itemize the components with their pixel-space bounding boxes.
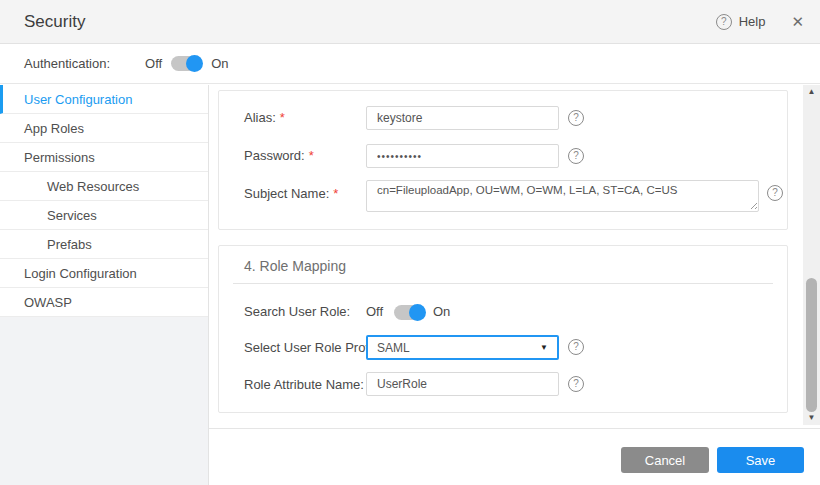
save-button[interactable]: Save: [717, 447, 804, 473]
page-title: Security: [24, 12, 85, 32]
sidebar-item-permissions[interactable]: Permissions: [0, 143, 208, 172]
alias-label: Alias:*: [244, 110, 285, 125]
search-user-role-on-label: On: [433, 304, 450, 319]
role-attribute-input[interactable]: [366, 372, 559, 396]
role-attribute-help-icon[interactable]: ?: [568, 376, 584, 392]
role-mapping-heading: 4. Role Mapping: [244, 258, 346, 274]
certificate-fields-panel: Alias:* ? Password:* ? Subject Name:* cn…: [218, 90, 788, 230]
selected-provider-value: SAML: [377, 341, 410, 355]
sidebar-item-services[interactable]: Services: [0, 201, 208, 230]
dropdown-arrow-icon: ▼: [540, 343, 548, 352]
authentication-off-label: Off: [145, 56, 162, 71]
password-label: Password:*: [244, 148, 314, 163]
help-link[interactable]: Help: [739, 14, 766, 29]
help-icon[interactable]: ?: [716, 14, 732, 30]
sidebar-item-app-roles[interactable]: App Roles: [0, 114, 208, 143]
search-user-role-toggle[interactable]: [394, 305, 425, 320]
main-content: Alias:* ? Password:* ? Subject Name:* cn…: [209, 84, 820, 485]
required-asterisk: *: [333, 186, 338, 201]
subject-name-label: Subject Name:*: [244, 186, 338, 201]
toggle-knob: [186, 55, 203, 72]
sidebar-item-login-configuration[interactable]: Login Configuration: [0, 259, 208, 288]
scroll-down-icon[interactable]: ▼: [803, 411, 820, 425]
footer-divider: [209, 428, 820, 429]
password-input[interactable]: [366, 144, 559, 168]
sidebar-item-user-configuration[interactable]: User Configuration: [0, 85, 208, 114]
sidebar-item-web-resources[interactable]: Web Resources: [0, 172, 208, 201]
required-asterisk: *: [280, 110, 285, 125]
role-mapping-panel: 4. Role Mapping Search User Role: Off On…: [218, 245, 788, 413]
cancel-button[interactable]: Cancel: [621, 447, 709, 473]
role-attribute-label: Role Attribute Name:*: [244, 377, 373, 392]
alias-help-icon[interactable]: ?: [568, 110, 584, 126]
required-asterisk: *: [309, 148, 314, 163]
provider-help-icon[interactable]: ?: [568, 339, 584, 355]
sidebar-item-prefabs[interactable]: Prefabs: [0, 230, 208, 259]
scrollbar-thumb[interactable]: [806, 278, 817, 412]
search-user-role-off-label: Off: [366, 304, 383, 319]
section-divider: [233, 283, 773, 284]
sidebar-item-owasp[interactable]: OWASP: [0, 288, 208, 317]
close-icon[interactable]: ✕: [791, 13, 804, 31]
vertical-scrollbar[interactable]: ▲ ▼: [803, 85, 820, 425]
toggle-knob: [409, 304, 426, 321]
header-actions: ? Help ✕: [716, 13, 804, 31]
subject-name-help-icon[interactable]: ?: [767, 185, 783, 201]
window-header: Security ? Help ✕: [0, 0, 820, 44]
alias-input[interactable]: [366, 106, 559, 130]
search-user-role-label: Search User Role:: [244, 304, 350, 319]
password-help-icon[interactable]: ?: [568, 148, 584, 164]
authentication-label: Authentication:: [24, 56, 110, 71]
scroll-up-icon[interactable]: ▲: [803, 85, 820, 99]
user-role-provider-select[interactable]: SAML ▼: [366, 335, 559, 360]
authentication-toggle[interactable]: [171, 56, 202, 71]
sidebar: User Configuration App Roles Permissions…: [0, 85, 209, 485]
authentication-bar: Authentication: Off On: [0, 44, 820, 84]
authentication-on-label: On: [211, 56, 228, 71]
subject-name-textarea[interactable]: cn=FileuploadApp, OU=WM, O=WM, L=LA, ST=…: [366, 180, 759, 212]
